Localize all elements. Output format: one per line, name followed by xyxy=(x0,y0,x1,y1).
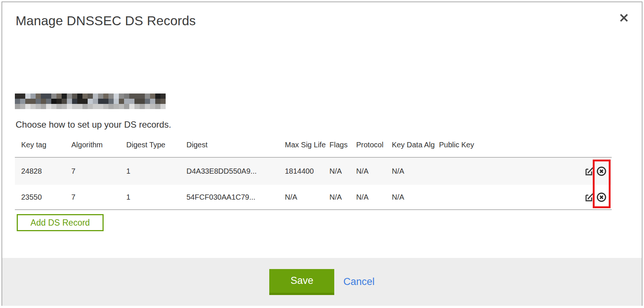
col-header-protocol: Protocol xyxy=(356,141,392,149)
col-header-max-sig-life: Max Sig Life xyxy=(285,141,329,149)
cell-algorithm: 7 xyxy=(71,193,126,201)
cell-key-tag: 24828 xyxy=(15,167,71,176)
cancel-link[interactable]: Cancel xyxy=(343,276,374,288)
save-button[interactable]: Save xyxy=(269,269,334,295)
cell-protocol: N/A xyxy=(356,167,392,176)
col-header-algorithm: Algorithm xyxy=(71,141,126,149)
instruction-text: Choose how to set up your DS records. xyxy=(16,119,171,130)
cell-digest-type: 1 xyxy=(126,167,186,176)
redacted-domain-name xyxy=(15,94,166,109)
manage-dnssec-dialog: Manage DNSSEC DS Records Choose how to s… xyxy=(1,1,643,306)
col-header-key-tag: Key tag xyxy=(15,141,71,149)
table-row: 24828 7 1 D4A33E8DD550A9... 1814400 N/A … xyxy=(15,157,612,185)
cell-algorithm: 7 xyxy=(71,167,126,176)
ds-records-table: Key tag Algorithm Digest Type Digest Max… xyxy=(15,139,612,210)
cell-digest: 54FCF030AA1C79... xyxy=(186,193,285,201)
edit-icon[interactable] xyxy=(585,166,595,176)
cell-key-tag: 23550 xyxy=(15,193,71,201)
cell-digest-type: 1 xyxy=(126,193,186,201)
delete-icon[interactable] xyxy=(596,166,606,176)
close-icon[interactable] xyxy=(617,11,631,24)
cell-key-data-alg: N/A xyxy=(392,193,439,201)
delete-icon[interactable] xyxy=(596,192,606,202)
cell-digest: D4A33E8DD550A9... xyxy=(186,167,285,176)
col-header-flags: Flags xyxy=(329,141,356,149)
col-header-digest: Digest xyxy=(186,141,285,149)
table-row: 23550 7 1 54FCF030AA1C79... N/A N/A N/A … xyxy=(15,185,612,210)
cell-max-sig-life: N/A xyxy=(285,193,329,201)
edit-icon[interactable] xyxy=(585,192,595,202)
page-title: Manage DNSSEC DS Records xyxy=(16,13,196,28)
cell-flags: N/A xyxy=(329,193,356,201)
col-header-digest-type: Digest Type xyxy=(126,141,186,149)
table-header-row: Key tag Algorithm Digest Type Digest Max… xyxy=(15,139,612,157)
col-header-key-data-alg: Key Data Alg xyxy=(392,141,439,149)
add-ds-record-button[interactable]: Add DS Record xyxy=(17,214,104,231)
cell-key-data-alg: N/A xyxy=(392,167,439,176)
col-header-public-key: Public Key xyxy=(439,141,578,149)
cell-max-sig-life: 1814400 xyxy=(285,167,329,176)
dialog-footer: Save Cancel xyxy=(2,258,642,306)
cell-flags: N/A xyxy=(329,167,356,176)
cell-protocol: N/A xyxy=(356,193,392,201)
